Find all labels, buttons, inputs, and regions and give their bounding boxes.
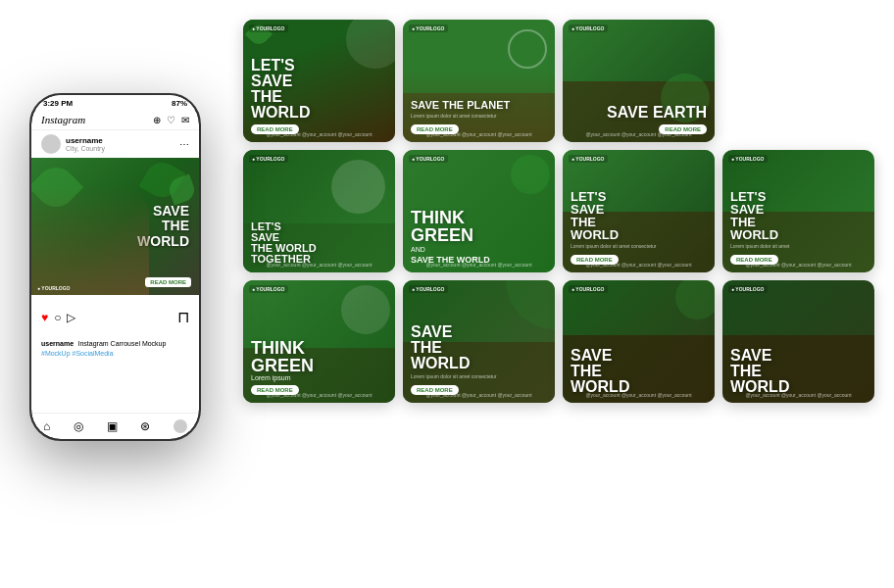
dot-4 <box>123 298 125 301</box>
card-6-title: LET'SSAVETHEWORLD <box>571 190 707 241</box>
card-9-title: SAVETHEWORLD <box>571 348 707 395</box>
phone-yourlogo: ● YOURLOGO <box>37 285 71 291</box>
card-3-title: SAVE EARTH <box>571 105 707 121</box>
search-nav-icon[interactable]: ◎ <box>74 419 83 433</box>
card-9: ● YOURLOGO SAVETHEWORLD @your_account @y… <box>563 280 715 403</box>
card-10: ● YOURLOGO SAVETHEWORLD @your_account @y… <box>722 280 874 403</box>
card-3-content: SAVE EARTH READ MORE <box>563 20 715 142</box>
caption-text: Instagram Carrousel Mockup <box>78 340 167 347</box>
card-6-desc: Lorem ipsum dolor sit amet consectetur <box>571 243 707 249</box>
card-1-content: LET'SSAVETHEWORLD READ MORE <box>243 20 395 142</box>
profile-nav-icon[interactable] <box>174 419 187 433</box>
card-8-footer: @your_account @your_account @your_accoun… <box>403 392 555 398</box>
card-10-footer: @your_account @your_account @your_accoun… <box>722 392 874 398</box>
card-8: ● YOURLOGO SAVETHEWORLD Lorem ipsum dolo… <box>403 280 555 403</box>
card-8-content: SAVETHEWORLD Lorem ipsum dolor sit amet … <box>403 280 555 403</box>
dot-3 <box>117 298 120 301</box>
card-7-subtitle: Lorem ipsum <box>251 374 387 381</box>
username-label: username <box>66 136 105 145</box>
caption-username: username <box>41 340 74 347</box>
save-icon[interactable]: ⊓ <box>177 308 189 326</box>
card-10-title: SAVETHEWORLD <box>730 348 867 395</box>
dot-2 <box>111 298 114 301</box>
card-4-footer: @your_account @your_account @your_accoun… <box>243 262 395 268</box>
instagram-icons: ⊕ ♡ ✉ <box>153 115 189 125</box>
share-icon[interactable]: ▷ <box>67 311 75 324</box>
main-container: 3:29 PM 87% Instagram ⊕ ♡ ✉ username Cit… <box>0 0 894 588</box>
phone-post-image: SAVETHEWORLD ● YOURLOGO READ MORE <box>31 158 199 295</box>
instagram-header: Instagram ⊕ ♡ ✉ <box>31 110 199 130</box>
cards-grid: ● YOURLOGO LET'SSAVETHEWORLD READ MORE @… <box>243 20 874 403</box>
hashtags: #MockUp #SocialMedia <box>41 350 189 357</box>
phone-status-bar: 3:29 PM 87% <box>31 95 199 110</box>
card-1-footer: @your_account @your_account @your_accoun… <box>243 131 395 137</box>
card-5-footer: @your_account @your_account @your_accoun… <box>403 262 555 268</box>
card-7-footer: @your_account @your_account @your_accoun… <box>243 392 395 398</box>
card-7: ● YOURLOGO THINKGREEN Lorem ipsum READ M… <box>243 280 395 403</box>
bottom-nav: ⌂ ◎ ▣ ⊛ <box>31 413 199 439</box>
card-4-content: LET'SSAVETHE WORLDTOGETHER <box>243 150 395 272</box>
home-nav-icon[interactable]: ⌂ <box>43 419 50 433</box>
card-2-title: SAVE THE PLANET <box>411 100 547 111</box>
card-3-footer: @your_account @your_account @your_accoun… <box>563 131 715 137</box>
card-6-footer: @your_account @your_account @your_accoun… <box>563 262 715 268</box>
card-9-content: SAVETHEWORLD <box>563 280 715 403</box>
post-actions: ♥ ○ ▷ ⊓ <box>31 304 199 330</box>
add-icon[interactable]: ⊕ <box>153 115 161 125</box>
card-1-title: LET'SSAVETHEWORLD <box>251 58 387 121</box>
card-5-title: THINKGREEN <box>411 209 547 244</box>
instagram-logo: Instagram <box>41 114 85 125</box>
post-caption: username Instagram Carrousel Mockup #Moc… <box>31 330 199 361</box>
card-5: ● YOURLOGO THINKGREEN AND SAVE THE WORLD… <box>403 150 555 272</box>
location-label: City, Country <box>66 145 105 152</box>
card-8-title: SAVETHEWORLD <box>411 324 547 371</box>
card-5-and: AND <box>411 246 547 253</box>
like-icon[interactable]: ♥ <box>41 311 48 324</box>
phone-read-more[interactable]: READ MORE <box>145 277 191 287</box>
avatar <box>41 134 61 154</box>
card-4-title: LET'SSAVETHE WORLDTOGETHER <box>251 221 387 265</box>
card-6b-title: LET'SSAVETHEWORLD <box>730 190 867 241</box>
card-4: ● YOURLOGO LET'SSAVETHE WORLDTOGETHER @y… <box>243 150 395 272</box>
message-icon[interactable]: ✉ <box>181 115 189 125</box>
more-icon[interactable]: ⋯ <box>179 139 189 150</box>
card-5-content: THINKGREEN AND SAVE THE WORLD <box>403 150 555 272</box>
card-6b-content: LET'SSAVETHEWORLD Lorem ipsum dolor sit … <box>722 150 874 272</box>
card-10-content: SAVETHEWORLD <box>722 280 874 403</box>
card-8-desc: Lorem ipsum dolor sit amet consectetur <box>411 373 547 379</box>
card-7-content: THINKGREEN Lorem ipsum READ MORE <box>243 280 395 403</box>
user-info: username City, Country <box>66 136 105 152</box>
post-actions-left: ♥ ○ ▷ <box>41 311 75 324</box>
phone-mockup: 3:29 PM 87% Instagram ⊕ ♡ ✉ username Cit… <box>29 93 201 441</box>
card-2-content: SAVE THE PLANET Lorem ipsum dolor sit am… <box>403 20 555 142</box>
card-2-desc: Lorem ipsum dolor sit amet consectetur <box>411 113 547 119</box>
card-9-footer: @your_account @your_account @your_accoun… <box>563 392 715 398</box>
user-row: username City, Country ⋯ <box>31 130 199 158</box>
phone-battery: 87% <box>172 99 187 108</box>
reels-nav-icon[interactable]: ▣ <box>107 419 118 433</box>
carousel-dots <box>31 295 199 304</box>
card-3: ● YOURLOGO SAVE EARTH READ MORE @your_ac… <box>563 20 715 142</box>
comment-icon[interactable]: ○ <box>54 311 61 324</box>
card-6b: ● YOURLOGO LET'SSAVETHEWORLD Lorem ipsum… <box>722 150 874 272</box>
card-6-content: LET'SSAVETHEWORLD Lorem ipsum dolor sit … <box>563 150 715 272</box>
card-2: ● YOURLOGO SAVE THE PLANET Lorem ipsum d… <box>403 20 555 142</box>
card-6b-desc: Lorem ipsum dolor sit amet <box>730 243 867 249</box>
hands-bg <box>31 185 149 295</box>
dot-1 <box>105 298 108 301</box>
card-6b-footer: @your_account @your_account @your_accoun… <box>722 262 874 268</box>
card-2-footer: @your_account @your_account @your_accoun… <box>403 131 555 137</box>
card-6: ● YOURLOGO LET'SSAVETHEWORLD Lorem ipsum… <box>563 150 715 272</box>
card-7-title: THINKGREEN <box>251 339 387 374</box>
heart-icon[interactable]: ♡ <box>167 115 175 125</box>
card-1: ● YOURLOGO LET'SSAVETHEWORLD READ MORE @… <box>243 20 395 142</box>
phone-time: 3:29 PM <box>43 99 73 108</box>
shop-nav-icon[interactable]: ⊛ <box>140 419 150 433</box>
